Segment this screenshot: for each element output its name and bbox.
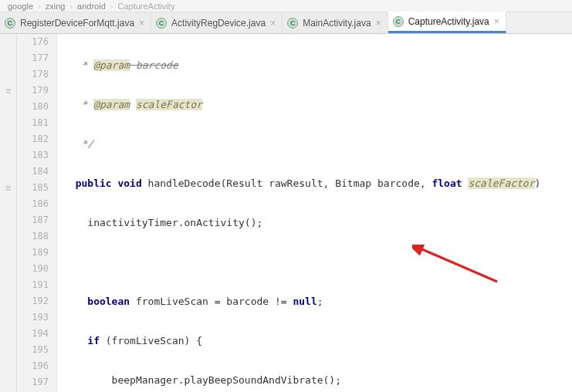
line-number: 192 [17, 293, 49, 309]
line-number: 194 [17, 326, 49, 342]
tab-activity-reg[interactable]: C ActivityRegDevice.java × [151, 12, 283, 33]
tab-label: RegisterDeviceForMqtt.java [20, 18, 134, 29]
line-number: 197 [17, 374, 49, 390]
line-number: 186 [17, 196, 49, 212]
fold-column: ⊟⊟ [0, 34, 17, 392]
tab-bar: C RegisterDeviceForMqtt.java × C Activit… [0, 12, 572, 34]
line-number: 191 [17, 277, 49, 293]
line-number: 189 [17, 245, 49, 261]
line-number: 185 [17, 180, 49, 196]
line-number: 193 [17, 309, 49, 326]
code-area[interactable]: * @param barcode * @param scaleFactor */… [57, 34, 572, 392]
line-number: 188 [17, 228, 49, 245]
line-number: 187 [17, 212, 49, 228]
line-number: 183 [17, 147, 49, 164]
line-gutter: 176 177 178 179 180 181 182 183 184 185 … [17, 34, 57, 392]
java-class-icon: C [393, 16, 404, 27]
close-icon[interactable]: × [139, 19, 144, 28]
line-number: 179 [17, 83, 49, 99]
tab-register-device[interactable]: C RegisterDeviceForMqtt.java × [0, 12, 151, 33]
java-class-icon: C [287, 18, 298, 29]
tab-main-activity[interactable]: C MainActivity.java × [283, 12, 388, 33]
crumb-class[interactable]: CaptureActivity [117, 2, 174, 11]
line-number: 195 [17, 342, 49, 358]
line-number: 190 [17, 261, 49, 277]
line-number: 182 [17, 131, 49, 147]
line-number: 176 [17, 34, 49, 50]
tab-label: CaptureActivity.java [408, 16, 489, 27]
tab-label: MainActivity.java [303, 18, 371, 29]
breadcrumb: google› zxing› android› CaptureActivity [0, 0, 572, 12]
tab-capture-activity[interactable]: C CaptureActivity.java × [388, 12, 506, 33]
line-number: 178 [17, 66, 49, 83]
close-icon[interactable]: × [270, 19, 276, 28]
java-class-icon: C [5, 18, 15, 29]
line-number: 180 [17, 99, 49, 115]
tab-label: ActivityRegDevice.java [171, 18, 266, 29]
close-icon[interactable]: × [494, 17, 499, 26]
line-number: 184 [17, 164, 49, 180]
line-number: 177 [17, 50, 49, 66]
crumb-google[interactable]: google [8, 2, 33, 11]
line-number: 181 [17, 115, 49, 131]
close-icon[interactable]: × [376, 19, 381, 28]
java-class-icon: C [156, 18, 167, 29]
crumb-android[interactable]: android [77, 2, 106, 11]
crumb-zxing[interactable]: zxing [46, 2, 66, 11]
code-editor[interactable]: ⊟⊟ 176 177 178 179 180 181 182 183 184 1… [0, 34, 572, 392]
line-number: 196 [17, 358, 49, 374]
fold-marker[interactable]: ⊟ [0, 83, 16, 99]
fold-marker[interactable]: ⊟ [0, 180, 16, 196]
